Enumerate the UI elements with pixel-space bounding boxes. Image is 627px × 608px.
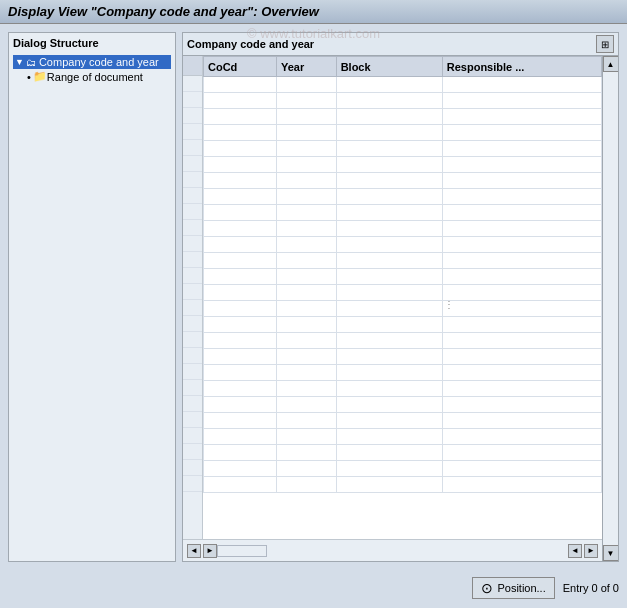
table-cell[interactable] (442, 77, 601, 93)
table-cell[interactable] (336, 413, 442, 429)
table-cell[interactable] (204, 333, 277, 349)
table-cell[interactable] (442, 93, 601, 109)
table-cell[interactable] (276, 301, 336, 317)
col-header-year[interactable]: Year (276, 57, 336, 77)
col-header-cocd[interactable]: CoCd (204, 57, 277, 77)
table-cell[interactable] (336, 157, 442, 173)
table-cell[interactable] (276, 461, 336, 477)
table-cell[interactable] (336, 205, 442, 221)
table-cell[interactable] (442, 285, 601, 301)
table-cell[interactable] (276, 109, 336, 125)
table-cell[interactable] (336, 253, 442, 269)
table-cell[interactable] (442, 189, 601, 205)
h-scroll-left-right[interactable]: ◄ (568, 544, 582, 558)
table-cell[interactable] (204, 253, 277, 269)
table-cell[interactable] (336, 125, 442, 141)
table-cell[interactable] (442, 125, 601, 141)
table-cell[interactable] (204, 349, 277, 365)
table-cell[interactable] (336, 349, 442, 365)
table-cell[interactable] (336, 461, 442, 477)
table-cell[interactable] (276, 237, 336, 253)
table-cell[interactable] (276, 381, 336, 397)
table-cell[interactable] (276, 413, 336, 429)
sidebar-item-company-code-year[interactable]: ▼ 🗂 Company code and year (13, 55, 171, 69)
table-cell[interactable] (204, 77, 277, 93)
table-cell[interactable] (336, 141, 442, 157)
table-cell[interactable] (336, 221, 442, 237)
table-cell[interactable] (336, 397, 442, 413)
table-cell[interactable] (276, 397, 336, 413)
table-cell[interactable] (204, 221, 277, 237)
v-scroll-track[interactable] (603, 72, 619, 545)
table-cell[interactable] (442, 173, 601, 189)
table-cell[interactable] (336, 445, 442, 461)
position-button[interactable]: ⊙ Position... (472, 577, 554, 599)
table-cell[interactable] (442, 397, 601, 413)
table-cell[interactable] (442, 237, 601, 253)
table-cell[interactable] (336, 301, 442, 317)
col-header-block[interactable]: Block (336, 57, 442, 77)
table-cell[interactable] (442, 317, 601, 333)
table-cell[interactable] (204, 189, 277, 205)
table-cell[interactable] (442, 429, 601, 445)
table-cell[interactable] (276, 365, 336, 381)
table-cell[interactable] (204, 413, 277, 429)
table-cell[interactable] (442, 269, 601, 285)
table-cell[interactable] (276, 285, 336, 301)
table-cell[interactable] (442, 253, 601, 269)
table-cell[interactable] (336, 429, 442, 445)
table-cell[interactable] (442, 445, 601, 461)
table-cell[interactable] (442, 205, 601, 221)
table-cell[interactable] (276, 349, 336, 365)
table-cell[interactable] (276, 93, 336, 109)
table-cell[interactable] (336, 477, 442, 493)
table-cell[interactable] (442, 413, 601, 429)
table-cell[interactable] (204, 125, 277, 141)
table-cell[interactable] (204, 317, 277, 333)
table-cell[interactable] (442, 365, 601, 381)
table-cell[interactable] (276, 157, 336, 173)
table-cell[interactable] (204, 445, 277, 461)
table-cell[interactable] (276, 269, 336, 285)
table-cell[interactable] (204, 461, 277, 477)
table-cell[interactable] (442, 381, 601, 397)
h-scroll-left-button[interactable]: ◄ (187, 544, 201, 558)
table-cell[interactable] (442, 477, 601, 493)
table-cell[interactable] (276, 205, 336, 221)
table-cell[interactable] (276, 189, 336, 205)
table-cell[interactable] (276, 125, 336, 141)
table-cell[interactable] (442, 221, 601, 237)
table-cell[interactable] (276, 253, 336, 269)
v-scroll-down-button[interactable]: ▼ (603, 545, 619, 561)
table-cell[interactable] (336, 77, 442, 93)
table-cell[interactable] (442, 349, 601, 365)
table-cell[interactable] (442, 461, 601, 477)
table-cell[interactable] (204, 429, 277, 445)
table-cell[interactable] (276, 429, 336, 445)
table-cell[interactable] (204, 237, 277, 253)
table-cell[interactable] (204, 141, 277, 157)
table-cell[interactable] (204, 285, 277, 301)
table-cell[interactable] (442, 141, 601, 157)
table-cell[interactable] (204, 205, 277, 221)
table-cell[interactable] (336, 93, 442, 109)
table-cell[interactable] (276, 221, 336, 237)
table-cell[interactable] (336, 317, 442, 333)
table-cell[interactable] (204, 109, 277, 125)
sidebar-item-range-of-document[interactable]: • 📁 Range of document (13, 69, 171, 84)
table-cell[interactable] (204, 173, 277, 189)
table-cell[interactable] (204, 93, 277, 109)
table-settings-button[interactable]: ⊞ (596, 35, 614, 53)
table-cell[interactable] (336, 173, 442, 189)
table-cell[interactable] (204, 157, 277, 173)
table-cell[interactable] (442, 157, 601, 173)
table-cell[interactable] (204, 477, 277, 493)
table-cell[interactable] (336, 237, 442, 253)
h-scroll-right-btn-left[interactable]: ► (203, 544, 217, 558)
table-cell[interactable] (442, 301, 601, 317)
table-cell[interactable] (336, 333, 442, 349)
table-cell[interactable] (442, 109, 601, 125)
table-cell[interactable] (336, 365, 442, 381)
table-cell[interactable] (276, 333, 336, 349)
table-cell[interactable] (336, 381, 442, 397)
